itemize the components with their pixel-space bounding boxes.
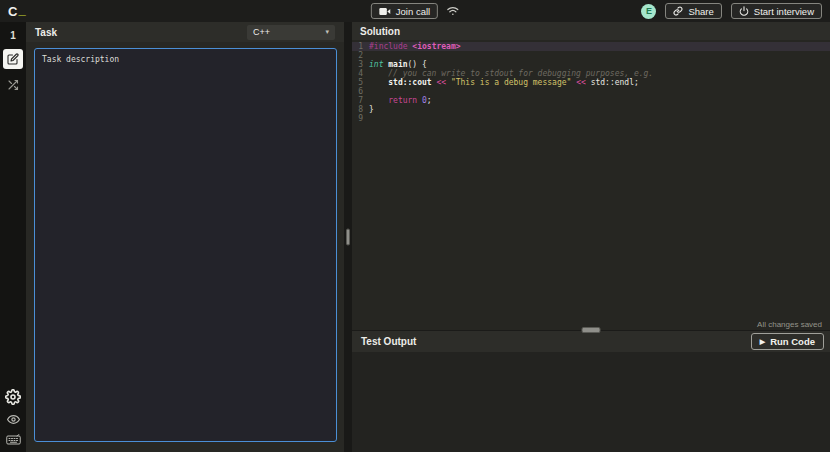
camera-icon [379, 7, 391, 16]
task-description-input[interactable]: Task description [34, 48, 337, 442]
task-panel: Task C++ ▾ Task description [26, 22, 344, 452]
question-number-tab[interactable]: 1 [10, 27, 16, 43]
line-number: 9 [352, 114, 369, 123]
keyboard-shortcuts-button[interactable] [6, 434, 21, 445]
solution-panel-header: Solution [352, 22, 830, 40]
eye-icon [7, 414, 20, 425]
code-line[interactable]: 4 // you can write to stdout for debuggi… [352, 69, 830, 78]
solution-panel-title: Solution [360, 26, 400, 37]
code-line[interactable]: 8} [352, 105, 830, 114]
run-code-button[interactable]: ▶ Run Code [751, 333, 824, 350]
code-line[interactable]: 9 [352, 114, 830, 123]
code-line[interactable]: 7 return 0; [352, 96, 830, 105]
code-line[interactable]: 3int main() { [352, 60, 830, 69]
coderpad-logo[interactable]: C_ [8, 4, 26, 19]
line-number: 2 [352, 51, 369, 60]
code-lines: 1#include <iostream>23int main() {4 // y… [352, 42, 830, 123]
line-number: 5 [352, 78, 369, 87]
logo-text: C [8, 4, 17, 19]
test-output-title: Test Output [361, 336, 416, 347]
join-call-label: Join call [396, 6, 430, 17]
test-output-header[interactable]: Test Output ▶ Run Code [352, 330, 830, 352]
edit-icon [7, 53, 19, 65]
app-window: C_ Join call E Share Start interview 1 [0, 0, 830, 452]
shuffle-icon [7, 79, 19, 91]
language-selected-value: C++ [253, 27, 270, 37]
share-label: Share [688, 6, 713, 17]
language-select[interactable]: C++ ▾ [247, 25, 335, 40]
shuffle-question-button[interactable] [3, 75, 23, 95]
line-number: 1 [352, 42, 369, 51]
start-interview-button[interactable]: Start interview [731, 3, 822, 19]
start-interview-label: Start interview [754, 6, 814, 17]
code-line[interactable]: 5 std::cout << "This is a debug message"… [352, 78, 830, 87]
editor-pad-button[interactable] [3, 49, 23, 69]
rail-bottom [5, 389, 21, 452]
topbar-center: Join call [371, 3, 459, 19]
solution-column: Solution 1#include <iostream>23int main(… [352, 22, 830, 452]
link-icon [673, 6, 683, 16]
line-number: 8 [352, 105, 369, 114]
gear-icon [5, 389, 21, 405]
left-rail: 1 [0, 22, 26, 452]
line-number: 6 [352, 87, 369, 96]
test-output-area [352, 352, 830, 452]
topbar-right: E Share Start interview [641, 3, 822, 19]
line-number: 3 [352, 60, 369, 69]
vertical-drag-handle-icon[interactable] [346, 229, 350, 246]
wifi-icon [447, 6, 459, 16]
panel-resize-divider[interactable] [344, 22, 352, 452]
join-call-button[interactable]: Join call [371, 3, 438, 19]
keyboard-icon [6, 434, 21, 445]
main-area: 1 Task [0, 22, 830, 452]
code-editor[interactable]: 1#include <iostream>23int main() {4 // y… [352, 40, 830, 318]
code-line[interactable]: 6 [352, 87, 830, 96]
horizontal-drag-handle-icon[interactable] [582, 327, 601, 333]
play-icon: ▶ [760, 338, 765, 346]
run-code-label: Run Code [770, 336, 815, 347]
task-body: Task description [26, 42, 344, 452]
task-panel-title: Task [35, 27, 57, 38]
task-panel-header: Task C++ ▾ [26, 22, 344, 42]
code-line[interactable]: 1#include <iostream> [352, 42, 830, 51]
focus-view-button[interactable] [7, 414, 20, 425]
save-status-text: All changes saved [757, 320, 822, 329]
topbar: C_ Join call E Share Start interview [0, 0, 830, 22]
avatar-initial: E [646, 6, 652, 16]
line-number: 4 [352, 69, 369, 78]
chevron-down-icon: ▾ [325, 28, 329, 36]
share-button[interactable]: Share [665, 3, 721, 19]
line-number: 7 [352, 96, 369, 105]
logo-accent: _ [18, 2, 25, 17]
settings-button[interactable] [5, 389, 21, 405]
code-line[interactable]: 2 [352, 51, 830, 60]
avatar[interactable]: E [641, 4, 656, 19]
power-icon [739, 6, 749, 16]
